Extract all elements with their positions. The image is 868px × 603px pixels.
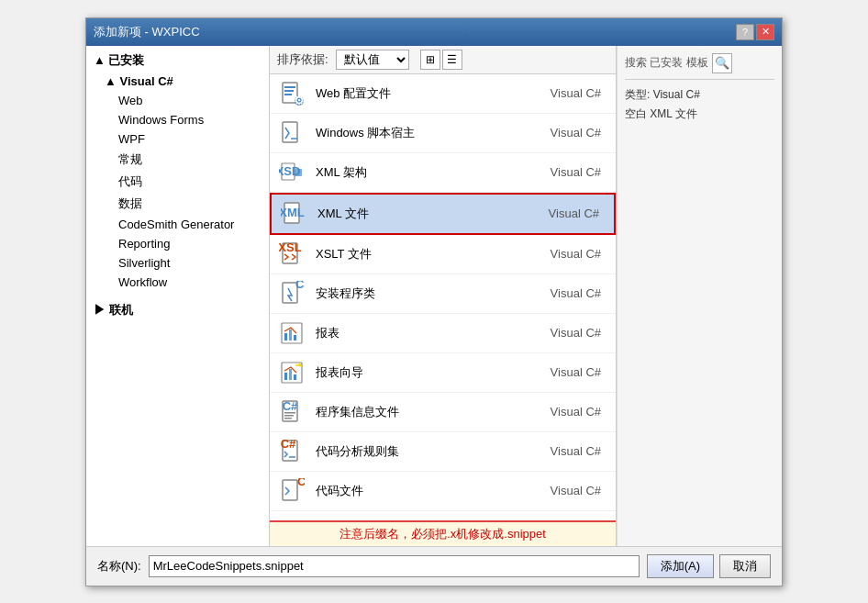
item-name-code-file: 代码文件 bbox=[316, 483, 517, 499]
list-item[interactable]: C# 代码文件 Visual C# bbox=[270, 472, 616, 511]
title-bar: 添加新项 - WXPICC ? ✕ bbox=[86, 18, 782, 46]
list-item[interactable]: XSD XML 架构 Visual C# bbox=[270, 153, 616, 193]
search-button[interactable]: 🔍 bbox=[712, 53, 732, 73]
tree-item-silverlight[interactable]: Silverlight bbox=[86, 253, 269, 273]
item-name-windows-script: Windows 脚本宿主 bbox=[316, 125, 517, 141]
list-item[interactable]: 报表向导 Visual C# bbox=[270, 353, 616, 393]
main-dialog: 添加新项 - WXPICC ? ✕ ▲ 已安装 ▲ Visual C# Web … bbox=[85, 17, 783, 586]
add-button[interactable]: 添加(A) bbox=[647, 554, 714, 578]
list-item[interactable]: 类图 Visual C# bbox=[270, 511, 616, 520]
assembly-icon: C# bbox=[279, 399, 305, 425]
items-list: ⚙ Web 配置文件 Visual C# bbox=[270, 74, 616, 520]
help-button[interactable]: ? bbox=[736, 24, 754, 40]
tree-item-network[interactable]: ▶ 联机 bbox=[86, 299, 269, 321]
list-item[interactable]: 报表 Visual C# bbox=[270, 314, 616, 353]
svg-rect-3 bbox=[284, 94, 292, 95]
item-icon-xml-file: XML bbox=[279, 199, 308, 229]
svg-text:C#: C# bbox=[295, 281, 305, 291]
list-item[interactable]: ⚙ Web 配置文件 Visual C# bbox=[270, 74, 616, 114]
item-icon-code-file: C# bbox=[277, 476, 306, 506]
list-item[interactable]: XSL XSLT 文件 Visual C# bbox=[270, 235, 616, 274]
item-icon-report bbox=[277, 318, 306, 348]
svg-rect-35 bbox=[283, 480, 297, 500]
code-file-icon: C# bbox=[279, 478, 305, 504]
item-category-xslt: Visual C# bbox=[517, 247, 608, 261]
svg-text:C#: C# bbox=[281, 439, 296, 451]
item-icon-windows-script bbox=[277, 118, 306, 148]
item-category-assembly: Visual C# bbox=[517, 405, 608, 419]
svg-text:C#: C# bbox=[297, 478, 305, 488]
svg-text:XML: XML bbox=[281, 206, 305, 219]
item-icon-assembly: C# bbox=[277, 397, 306, 427]
search-row: 搜索 已安装 模板 🔍 bbox=[625, 53, 774, 80]
list-item[interactable]: Windows 脚本宿主 Visual C# bbox=[270, 114, 616, 153]
view-icons: ⊞ ☰ bbox=[420, 50, 462, 70]
sort-select[interactable]: 默认值 名称 类型 bbox=[336, 50, 409, 70]
item-category-code-file: Visual C# bbox=[517, 484, 608, 497]
search-label: 搜索 已安装 模板 bbox=[625, 55, 708, 71]
list-view-button[interactable]: ☰ bbox=[442, 50, 462, 70]
xml-file-icon: XML bbox=[281, 201, 306, 227]
item-category-installer: Visual C# bbox=[517, 286, 608, 300]
item-icon-web-config: ⚙ bbox=[277, 79, 306, 108]
item-category-report-wizard: Visual C# bbox=[517, 365, 608, 379]
svg-rect-20 bbox=[294, 335, 296, 341]
report-icon bbox=[279, 320, 305, 346]
bottom-message: 注意后缀名，必须把.x机修改成.snippet bbox=[339, 527, 546, 541]
item-icon-installer: C# bbox=[277, 279, 306, 308]
item-category-web-config: Visual C# bbox=[517, 86, 608, 100]
web-config-icon: ⚙ bbox=[279, 81, 305, 106]
name-input[interactable] bbox=[149, 555, 640, 577]
item-icon-code-analysis: C# bbox=[277, 437, 306, 466]
tree-item-windowsforms[interactable]: Windows Forms bbox=[86, 110, 269, 129]
svg-rect-24 bbox=[294, 374, 296, 380]
list-item[interactable]: C# 程序集信息文件 Visual C# bbox=[270, 393, 616, 432]
toolbar: 排序依据: 默认值 名称 类型 ⊞ ☰ bbox=[270, 46, 616, 74]
list-item[interactable]: C# 代码分析规则集 Visual C# bbox=[270, 432, 616, 472]
item-category-report: Visual C# bbox=[517, 326, 608, 340]
item-name-xml-schema: XML 架构 bbox=[316, 164, 517, 181]
cancel-button[interactable]: 取消 bbox=[719, 554, 771, 578]
tree-item-wpf[interactable]: WPF bbox=[86, 129, 269, 149]
close-button[interactable]: ✕ bbox=[756, 24, 774, 40]
item-category-code-analysis: Visual C# bbox=[517, 444, 608, 458]
svg-rect-19 bbox=[289, 329, 292, 341]
item-name-installer: 安装程序类 bbox=[316, 285, 517, 302]
svg-rect-18 bbox=[284, 333, 287, 341]
tree-item-reporting[interactable]: Reporting bbox=[86, 234, 269, 253]
item-icon-xml-schema: XSD bbox=[277, 158, 306, 187]
item-name-xslt: XSLT 文件 bbox=[316, 246, 517, 262]
title-bar-buttons: ? ✕ bbox=[736, 24, 774, 40]
tree-item-codesmith[interactable]: CodeSmith Generator bbox=[86, 215, 269, 234]
tree-item-code[interactable]: 代码 bbox=[86, 171, 269, 193]
tree-item-web[interactable]: Web bbox=[86, 91, 269, 110]
tree-item-visualcsharp[interactable]: ▲ Visual C# bbox=[86, 72, 269, 91]
list-item[interactable]: C# 安装程序类 Visual C# bbox=[270, 274, 616, 314]
selected-list-item[interactable]: XML XML 文件 Visual C# bbox=[270, 193, 616, 235]
name-label: 名称(N): bbox=[97, 558, 141, 575]
tree-item-general[interactable]: 常规 bbox=[86, 149, 269, 171]
svg-rect-23 bbox=[289, 369, 292, 380]
svg-rect-1 bbox=[284, 86, 295, 88]
dialog-top: ▲ 已安装 ▲ Visual C# Web Windows Forms WPF … bbox=[86, 46, 782, 546]
tree-item-data[interactable]: 数据 bbox=[86, 193, 269, 215]
dialog-title: 添加新项 - WXPICC bbox=[94, 24, 200, 40]
item-name-report-wizard: 报表向导 bbox=[316, 364, 517, 381]
item-name-web-config: Web 配置文件 bbox=[316, 85, 517, 102]
grid-view-button[interactable]: ⊞ bbox=[420, 50, 440, 70]
item-category-xml-file: Visual C# bbox=[515, 207, 606, 220]
item-name-xml-file: XML 文件 bbox=[317, 206, 515, 222]
item-category-windows-script: Visual C# bbox=[517, 126, 608, 140]
tree-item-workflow[interactable]: Workflow bbox=[86, 273, 269, 292]
dialog-body: ▲ 已安装 ▲ Visual C# Web Windows Forms WPF … bbox=[86, 46, 782, 586]
svg-rect-10 bbox=[295, 169, 302, 176]
item-icon-xslt: XSL bbox=[277, 240, 306, 269]
svg-rect-2 bbox=[284, 90, 294, 92]
item-name-assembly: 程序集信息文件 bbox=[316, 404, 517, 420]
windows-script-icon bbox=[279, 120, 305, 146]
svg-rect-22 bbox=[284, 373, 287, 380]
tree-item-installed[interactable]: ▲ 已安装 bbox=[86, 50, 269, 72]
item-category-xml-schema: Visual C# bbox=[517, 165, 608, 179]
xslt-icon: XSL bbox=[279, 241, 305, 267]
xml-schema-icon: XSD bbox=[279, 160, 305, 185]
